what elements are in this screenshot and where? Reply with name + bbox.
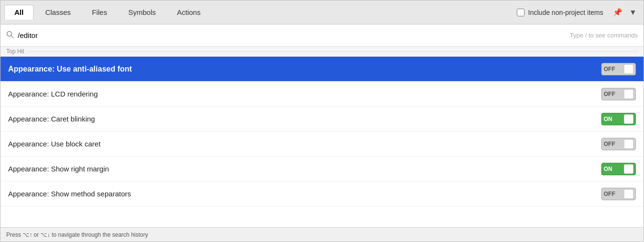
toggle-thumb-2 (624, 89, 633, 99)
search-hint: Type / to see commands (570, 32, 638, 39)
result-row-5[interactable]: Appearance: Show right margin ON (0, 157, 644, 182)
toggle-label-6: OFF (604, 191, 615, 197)
result-row-1[interactable]: Appearance: Use anti-aliased font OFF (0, 57, 644, 82)
toggle-label-2: OFF (604, 91, 615, 97)
result-label-2: Appearance: LCD rendering (8, 90, 98, 98)
tab-files[interactable]: Files (83, 5, 117, 19)
result-label-3: Appearance: Caret blinking (8, 115, 95, 123)
results-list: Appearance: Use anti-aliased font OFF Ap… (0, 57, 644, 227)
result-row-4[interactable]: Appearance: Use block caret OFF (0, 132, 644, 157)
include-non-project-checkbox[interactable] (517, 9, 525, 16)
status-bar: Press ⌥↑ or ⌥↓ to navigate through the s… (0, 227, 644, 242)
toggle-label-4: OFF (604, 141, 615, 147)
toggle-thumb-5 (624, 164, 633, 174)
search-icon (6, 31, 14, 40)
tab-classes[interactable]: Classes (36, 5, 80, 19)
result-row-6[interactable]: Appearance: Show method separators OFF (0, 182, 644, 206)
search-input[interactable] (18, 31, 564, 39)
result-label-5: Appearance: Show right margin (8, 165, 109, 173)
main-window: All Classes Files Symbols Actions Includ… (0, 0, 644, 242)
tab-bar: All Classes Files Symbols Actions Includ… (0, 0, 644, 24)
pin-icon[interactable]: 📌 (611, 6, 624, 19)
search-bar: Type / to see commands (0, 24, 644, 47)
filter-icon[interactable]: ▼ (626, 6, 640, 19)
result-label-4: Appearance: Use block caret (8, 140, 101, 148)
toggle-6[interactable]: OFF (601, 188, 636, 200)
tab-actions[interactable]: Actions (167, 5, 210, 19)
toggle-thumb-1 (624, 64, 633, 74)
include-non-project-text: Include non-project items (528, 9, 603, 16)
tab-symbols[interactable]: Symbols (119, 5, 166, 19)
result-label-6: Appearance: Show method separators (8, 190, 131, 198)
section-label-text: Top Hit (6, 48, 24, 55)
toggle-1[interactable]: OFF (601, 63, 636, 75)
toggle-5[interactable]: ON (601, 163, 636, 175)
toggle-3[interactable]: ON (601, 113, 636, 125)
toggle-2[interactable]: OFF (601, 88, 636, 100)
toggle-thumb-4 (624, 139, 633, 149)
toggle-label-5: ON (604, 166, 612, 172)
result-label-1: Appearance: Use anti-aliased font (8, 65, 132, 73)
include-non-project-label[interactable]: Include non-project items (517, 9, 603, 16)
svg-line-1 (12, 36, 13, 37)
section-top-hit: Top Hit (0, 47, 644, 57)
toggle-thumb-3 (624, 114, 633, 124)
result-row-3[interactable]: Appearance: Caret blinking ON (0, 107, 644, 132)
result-row-2[interactable]: Appearance: LCD rendering OFF (0, 82, 644, 107)
status-text: Press ⌥↑ or ⌥↓ to navigate through the s… (6, 231, 148, 238)
toggle-4[interactable]: OFF (601, 138, 636, 150)
tab-all[interactable]: All (4, 5, 34, 20)
toggle-label-1: OFF (604, 66, 615, 73)
toggle-label-3: ON (604, 116, 612, 122)
toggle-thumb-6 (624, 189, 633, 199)
